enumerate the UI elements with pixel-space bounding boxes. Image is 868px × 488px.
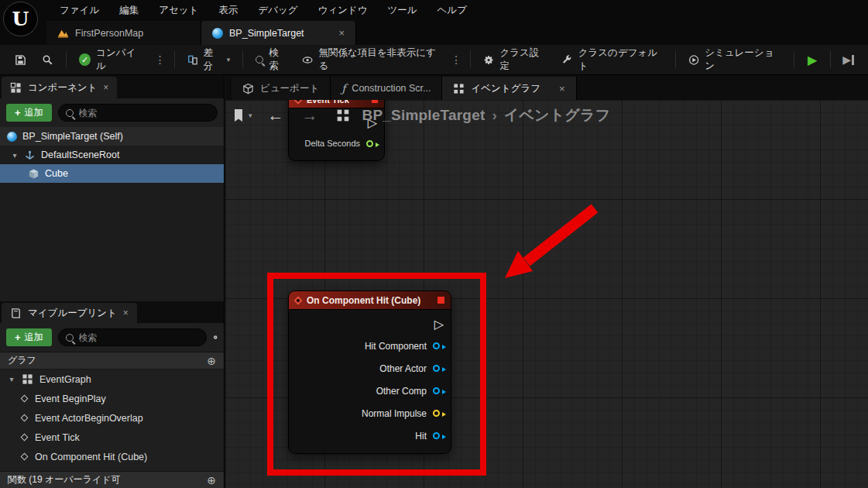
compile-button[interactable]: ✓ コンパイル: [72, 48, 150, 71]
compile-status-icon: ✓: [79, 53, 91, 66]
list-item-event-actorbeginoverlap[interactable]: Event ActorBeginOverlap: [0, 408, 224, 428]
caret-down-icon[interactable]: ▾: [8, 375, 15, 383]
event-node-icon: [21, 395, 29, 403]
caret-down-icon[interactable]: ▾: [11, 151, 19, 160]
menu-window[interactable]: ウィンドウ: [308, 0, 378, 20]
add-graph-icon[interactable]: ⊕: [207, 355, 216, 367]
breadcrumb-current[interactable]: イベントグラフ: [504, 105, 611, 125]
tab-components[interactable]: コンポーネント ×: [2, 77, 117, 98]
add-function-icon[interactable]: ⊕: [207, 474, 216, 486]
tab-bp-simpletarget[interactable]: BP_SimpleTarget ×: [201, 21, 356, 45]
simulation-icon: [688, 54, 699, 66]
save-icon: [15, 54, 26, 66]
breadcrumb-chevron-icon: ›: [492, 107, 496, 124]
compile-options-icon[interactable]: ⋮: [152, 53, 169, 66]
class-defaults-label: クラスのデフォルト: [578, 46, 663, 73]
graph-icon: [453, 83, 465, 95]
list-item-event-tick[interactable]: Event Tick: [0, 428, 224, 447]
menu-view[interactable]: 表示: [208, 0, 248, 20]
my-blueprint-search-input[interactable]: [79, 332, 199, 343]
plus-icon: +: [15, 107, 21, 119]
components-tab-strip: コンポーネント ×: [0, 75, 224, 98]
chevron-down-icon: ▾: [227, 56, 231, 64]
back-arrow-icon[interactable]: ←: [268, 106, 284, 125]
unreal-editor-window: ファイル 編集 アセット 表示 デバッグ ウィンドウ ツール ヘルプ U Fir…: [0, 0, 868, 488]
unreal-logo-icon[interactable]: U: [3, 2, 38, 36]
pin-label: Delta Seconds: [304, 139, 360, 148]
panel-settings-gear-icon[interactable]: [213, 332, 218, 343]
close-icon[interactable]: ×: [103, 82, 108, 93]
tab-construction-script[interactable]: ƒ Construction Scr...: [331, 77, 442, 100]
diff-button[interactable]: 差分 ▾: [180, 48, 238, 71]
graph-section-header[interactable]: グラフ ⊕: [0, 352, 224, 369]
annotation-arrow: [465, 191, 619, 292]
level-icon: [57, 27, 69, 39]
delta-seconds-pin[interactable]: [366, 140, 373, 147]
event-icon: [293, 100, 302, 105]
row-label: Cube: [45, 168, 68, 179]
tab-viewport[interactable]: ビューポート: [232, 77, 331, 100]
browse-to-asset-button[interactable]: [35, 48, 60, 71]
my-blueprint-icon: [10, 308, 22, 319]
play-button[interactable]: ▶: [800, 53, 825, 67]
menu-bar: ファイル 編集 アセット 表示 デバッグ ウィンドウ ツール ヘルプ: [0, 0, 868, 20]
functions-section-header[interactable]: 関数 (19 オーバーライド可 ⊕: [0, 471, 224, 488]
menu-tools[interactable]: ツール: [377, 0, 427, 20]
list-item-on-component-hit[interactable]: On Component Hit (Cube): [0, 447, 224, 466]
skip-bar-icon: [852, 55, 854, 65]
tree-row-cube[interactable]: Cube: [0, 164, 224, 183]
bookmarks-button[interactable]: ▾: [232, 108, 252, 122]
menu-asset[interactable]: アセット: [149, 0, 208, 20]
components-search[interactable]: [58, 104, 218, 122]
toolbar-separator: [470, 51, 471, 68]
class-settings-button[interactable]: クラス設定: [476, 48, 553, 71]
add-label: 追加: [25, 106, 43, 119]
add-new-button[interactable]: + 追加: [6, 328, 52, 346]
find-label: 検索: [269, 46, 286, 73]
tab-label: ビューポート: [260, 82, 319, 95]
close-icon[interactable]: ×: [326, 27, 345, 39]
hide-unrelated-options-icon[interactable]: ⋮: [448, 53, 465, 66]
tree-row-scene-root[interactable]: ▾ DefaultSceneRoot: [0, 146, 224, 164]
list-item-event-beginplay[interactable]: Event BeginPlay: [0, 389, 224, 408]
components-search-input[interactable]: [79, 108, 210, 119]
bookmark-flag-icon: [232, 108, 245, 122]
chevron-down-icon: ▾: [249, 112, 252, 119]
forward-arrow-icon[interactable]: →: [302, 106, 318, 125]
menu-file[interactable]: ファイル: [50, 0, 109, 20]
hide-unrelated-button[interactable]: 無関係な項目を非表示にする: [295, 48, 446, 71]
my-blueprint-search[interactable]: [58, 328, 207, 346]
row-label: On Component Hit (Cube): [35, 452, 147, 462]
list-item-eventgraph[interactable]: ▾ EventGraph: [0, 369, 224, 389]
add-component-button[interactable]: + 追加: [6, 104, 52, 122]
class-defaults-button[interactable]: クラスのデフォルト: [554, 48, 670, 71]
my-blueprint-panel: マイブループリント × + 追加 グラフ ⊕ ▾: [0, 301, 224, 488]
row-label: Event BeginPlay: [35, 393, 106, 404]
menu-help[interactable]: ヘルプ: [427, 0, 477, 20]
tab-label: FirstPersonMap: [75, 28, 143, 39]
annotation-highlight-rectangle: [267, 273, 486, 476]
function-icon: ƒ: [341, 82, 345, 95]
components-panel: コンポーネント × + 追加 BP_SimpleTarget (Self): [0, 75, 224, 301]
diff-label: 差分: [204, 46, 221, 73]
tab-event-graph[interactable]: イベントグラフ ×: [442, 77, 576, 100]
class-settings-label: クラス設定: [499, 46, 546, 73]
breadcrumb-root[interactable]: BP_SimpleTarget: [362, 107, 485, 124]
frame-skip-button[interactable]: ▶: [836, 53, 860, 66]
event-graph-canvas[interactable]: ▾ ← → BP_SimpleTarget › イベントグラフ Event Ti…: [225, 100, 868, 488]
node-title: Event Tick: [307, 100, 366, 105]
find-button[interactable]: 検索: [249, 48, 293, 71]
tab-firstpersonmap[interactable]: FirstPersonMap: [46, 21, 201, 45]
menu-debug[interactable]: デバッグ: [248, 0, 307, 20]
save-button[interactable]: [8, 48, 33, 71]
close-icon[interactable]: ×: [547, 83, 565, 95]
simulation-button[interactable]: シミュレーション: [681, 48, 787, 71]
toolbar-separator: [66, 51, 67, 68]
menu-edit[interactable]: 編集: [109, 0, 149, 20]
close-icon[interactable]: ×: [123, 308, 129, 318]
my-blueprint-controls: + 追加: [0, 323, 224, 352]
tab-my-blueprint[interactable]: マイブループリント ×: [2, 303, 137, 323]
tree-row-self[interactable]: BP_SimpleTarget (Self): [0, 127, 224, 146]
graph-tab-strip: ビューポート ƒ Construction Scr... イベントグラフ ×: [225, 75, 868, 100]
row-label: EventGraph: [39, 374, 91, 385]
